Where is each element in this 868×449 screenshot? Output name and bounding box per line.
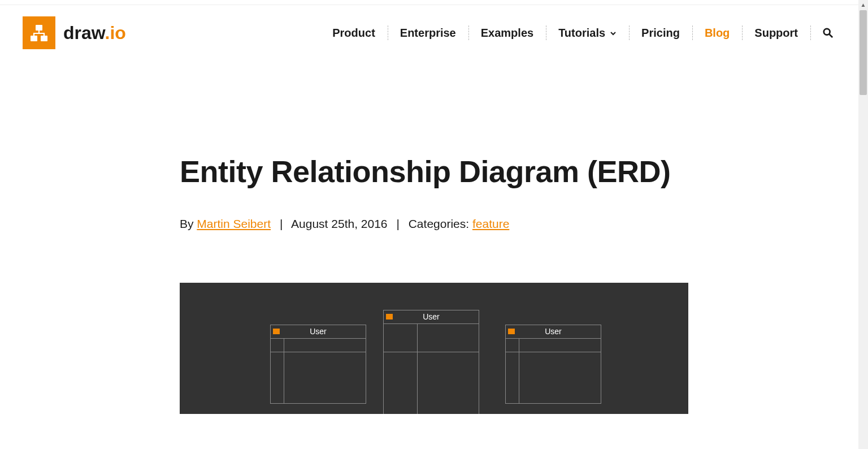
entity-cell <box>271 339 284 352</box>
logo[interactable]: draw.io <box>23 16 126 49</box>
entity-header: User <box>506 325 601 339</box>
svg-line-4 <box>830 34 832 37</box>
category-link[interactable]: feature <box>472 217 509 230</box>
entity-header: User <box>384 310 479 324</box>
site-header: draw.io Product Enterprise Examples Tuto… <box>0 5 868 61</box>
svg-rect-1 <box>31 36 37 41</box>
meta-sep: | <box>280 217 283 230</box>
nav-examples[interactable]: Examples <box>468 24 546 42</box>
entity-row <box>384 324 479 352</box>
entity-row <box>271 339 366 352</box>
meta-sep: | <box>396 217 399 230</box>
entity-cell <box>271 352 284 403</box>
search-icon <box>823 28 833 38</box>
entity-cell <box>519 339 601 352</box>
erd-diagram: User User <box>180 283 688 414</box>
chevron-down-icon <box>610 30 617 37</box>
nav-support[interactable]: Support <box>742 24 810 42</box>
entity-box: User <box>505 325 601 404</box>
main-nav: Product Enterprise Examples Tutorials Pr… <box>320 24 845 42</box>
nav-pricing[interactable]: Pricing <box>629 24 692 42</box>
entity-header: User <box>271 325 366 339</box>
entity-cell <box>418 352 479 414</box>
entity-title: User <box>384 312 479 321</box>
entity-cell <box>506 339 519 352</box>
post-title: Entity Relationship Diagram (ERD) <box>180 151 688 192</box>
svg-rect-0 <box>36 25 42 31</box>
nav-tutorials[interactable]: Tutorials <box>546 24 629 42</box>
entity-body <box>271 352 366 403</box>
entity-cell <box>284 339 366 352</box>
entity-row <box>506 339 601 352</box>
entity-title: User <box>271 327 366 336</box>
entity-tag-icon <box>386 314 393 320</box>
entity-cell <box>384 352 418 414</box>
entity-box: User <box>270 325 366 404</box>
author-link[interactable]: Martin Seibert <box>197 217 271 230</box>
svg-point-3 <box>824 29 830 35</box>
logo-icon <box>23 16 55 49</box>
post-main: Entity Relationship Diagram (ERD) By Mar… <box>180 61 688 414</box>
nav-product[interactable]: Product <box>320 24 388 42</box>
entity-body <box>384 352 479 414</box>
entity-box: User <box>383 310 479 414</box>
nav-search[interactable] <box>810 25 845 40</box>
nav-enterprise[interactable]: Enterprise <box>388 24 468 42</box>
entity-cell <box>284 352 366 403</box>
entity-cell <box>384 324 418 352</box>
entity-cell <box>418 324 479 352</box>
categories-label: Categories: <box>409 217 472 230</box>
entity-tag-icon <box>273 329 280 334</box>
brand-text: draw.io <box>63 23 126 44</box>
by-prefix: By <box>180 217 197 230</box>
scroll-up-icon[interactable]: ▲ <box>858 0 868 10</box>
post-date: August 25th, 2016 <box>291 217 387 230</box>
entity-title: User <box>506 327 601 336</box>
nav-blog[interactable]: Blog <box>692 24 742 42</box>
entity-cell <box>519 352 601 403</box>
scroll-thumb[interactable] <box>860 10 867 95</box>
brand-name: draw <box>63 23 105 43</box>
svg-rect-2 <box>41 36 47 41</box>
scrollbar[interactable]: ▲ <box>858 0 868 414</box>
entity-cell <box>506 352 519 403</box>
entity-tag-icon <box>508 329 515 334</box>
brand-suffix: .io <box>105 23 126 43</box>
post-meta: By Martin Seibert | August 25th, 2016 | … <box>180 217 688 231</box>
entity-body <box>506 352 601 403</box>
